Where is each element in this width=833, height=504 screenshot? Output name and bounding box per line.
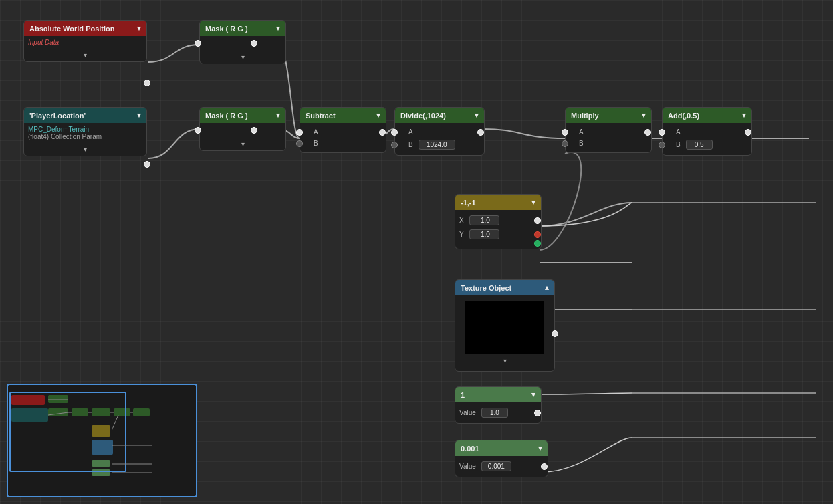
node-body-subtract: A B [300,123,386,152]
output-pin-vector-green[interactable] [534,240,541,247]
node-body-mask2 [200,123,285,139]
output-pin-y-vector-red[interactable] [534,231,541,238]
output-pin-const1[interactable] [534,410,541,416]
chevron-down-icon-divide[interactable]: ▾ [475,111,479,120]
node-footer-mask2: ▾ [200,139,285,150]
node-player-location[interactable]: 'PlayerLocation' ▾ MPC_DeformTerrain (fl… [23,107,147,156]
node-header-vector: -1,-1 ▾ [455,195,541,210]
node-header-const-1: 1 ▾ [455,387,541,402]
node-header-mask2: Mask ( R G ) ▾ [200,108,285,123]
chevron-down-icon-player[interactable]: ▾ [137,111,141,120]
chevron-down-icon-footer[interactable]: ▾ [84,51,87,59]
input-y-vector[interactable]: -1.0 [469,229,499,239]
output-pin-divide[interactable] [477,129,484,136]
input-pin-mask2[interactable] [195,127,201,134]
input-pin-b-add[interactable] [659,142,665,148]
node-body-mask1 [200,36,285,52]
node-header-add: Add(,0.5) ▾ [663,108,751,123]
node-title-vector: -1,-1 [461,199,476,207]
input-pin-a-multiply[interactable] [562,129,568,136]
label-a-divide: A [408,128,413,136]
output-pin-player[interactable] [144,161,150,168]
node-mask1[interactable]: Mask ( R G ) ▾ ▾ [199,20,286,64]
label-a-add: A [676,128,681,136]
input-value-const1[interactable]: 1.0 [481,408,508,418]
node-body-player-location: MPC_DeformTerrain (float4) Collection Pa… [24,123,146,144]
node-footer-player-location: ▾ [24,144,146,156]
node-body-vector: X -1.0 Y -1.0 [455,210,541,249]
output-pin-subtract[interactable] [379,129,386,136]
input-value-const0001[interactable]: 0.001 [481,461,511,471]
node-title-divide: Divide(,1024) [400,112,446,120]
output-pin-multiply[interactable] [644,129,651,136]
output-pin[interactable] [144,80,150,86]
label-x-vector: X [459,217,464,224]
minimap-viewport[interactable] [9,392,126,472]
input-b-value-add[interactable]: 0.5 [686,140,713,150]
chevron-up-icon-texture[interactable]: ▴ [545,283,549,292]
node-header-player-location: 'PlayerLocation' ▾ [24,108,146,123]
node-multiply[interactable]: Multiply ▾ A B [565,107,652,153]
input-pin-b-subtract[interactable] [296,140,303,147]
node-vector[interactable]: -1,-1 ▾ X -1.0 Y -1.0 [455,194,542,249]
node-texture-object[interactable]: Texture Object ▴ ▾ [455,279,555,372]
chevron-down-icon-multiply[interactable]: ▾ [642,111,646,120]
chevron-down-icon-mask1-footer[interactable]: ▾ [241,53,245,61]
chevron-down-icon-mask1[interactable]: ▾ [276,24,280,33]
chevron-down-icon-texture-footer[interactable]: ▾ [503,357,507,364]
node-title-const-0001: 0.001 [461,445,479,453]
input-pin-a-subtract[interactable] [296,129,303,136]
node-subtitle: Input Data [28,39,142,46]
chevron-down-icon-mask2-footer[interactable]: ▾ [241,140,245,148]
node-body-divide: A B 1024.0 [395,123,484,155]
output-pin-texture[interactable] [552,330,558,337]
input-x-vector[interactable]: -1.0 [469,215,499,225]
node-body-multiply: A B [566,123,651,152]
node-divide[interactable]: Divide(,1024) ▾ A B 1024.0 [394,107,485,156]
node-const-0001[interactable]: 0.001 ▾ Value 0.001 [455,440,548,477]
node-header-subtract: Subtract ▾ [300,108,386,123]
texture-preview [465,301,544,354]
chevron-down-icon-mask2[interactable]: ▾ [276,111,280,120]
chevron-down-icon[interactable]: ▾ [137,24,141,33]
node-body-texture-object: ▾ [455,295,554,371]
label-a-multiply: A [579,128,584,136]
minimap-content [8,385,196,496]
chevron-down-icon-subtract[interactable]: ▾ [376,111,380,120]
node-add[interactable]: Add(,0.5) ▾ A B 0.5 [662,107,752,156]
output-pin-mask1[interactable] [251,40,257,47]
input-pin-mask1[interactable] [195,40,201,47]
node-header-const-0001: 0.001 ▾ [455,440,548,456]
chevron-down-icon-const0001[interactable]: ▾ [538,444,542,453]
minimap[interactable] [7,384,197,497]
input-b-value-divide[interactable]: 1024.0 [419,140,455,150]
chevron-down-icon-const1[interactable]: ▾ [531,390,536,399]
chevron-down-icon-vector[interactable]: ▾ [531,198,536,207]
node-mask2[interactable]: Mask ( R G ) ▾ ▾ [199,107,286,151]
node-title-const-1: 1 [461,391,465,399]
output-pin-const0001[interactable] [541,463,548,470]
node-subtract[interactable]: Subtract ▾ A B [300,107,386,153]
input-pin-a-add[interactable] [659,129,665,136]
node-const-1[interactable]: 1 ▾ Value 1.0 [455,386,542,424]
node-absolute-world-position[interactable]: Absolute World Position ▾ Input Data ▾ [23,20,147,62]
label-b-multiply: B [579,140,584,147]
output-pin-x-vector[interactable] [534,217,541,224]
node-title-subtract: Subtract [306,112,336,120]
label-b-divide: B [408,141,413,148]
input-pin-a-divide[interactable] [391,129,398,136]
node-title-absolute-world-position: Absolute World Position [29,25,115,33]
node-header-texture-object: Texture Object ▴ [455,280,554,295]
node-subtitle2-player: (float4) Collection Param [28,133,142,140]
label-b-subtract: B [314,140,318,147]
output-pin-mask2[interactable] [251,127,257,134]
chevron-down-icon-add[interactable]: ▾ [742,111,746,120]
node-footer-mask1: ▾ [200,52,285,64]
output-pin-add[interactable] [745,129,751,136]
node-body-const-1: Value 1.0 [455,402,541,423]
input-pin-b-divide[interactable] [391,142,398,148]
chevron-down-icon-player-footer[interactable]: ▾ [84,146,87,153]
input-pin-b-multiply[interactable] [562,140,568,147]
label-value-const1: Value [459,409,476,416]
node-title-multiply: Multiply [571,112,599,120]
